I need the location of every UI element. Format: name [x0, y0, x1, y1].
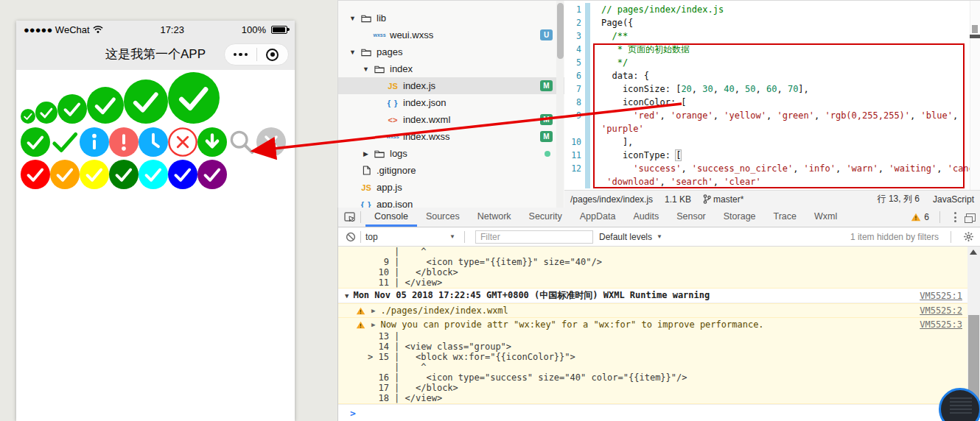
battery-icon [271, 26, 287, 34]
source-link[interactable]: VM5525:1 [920, 291, 962, 301]
tree-item-app.json[interactable]: { } app.json [338, 196, 564, 208]
file-tree-panel: ▼ lib wxss weui.wxss U ▼ pages ▼ index J… [337, 0, 564, 208]
tab-console[interactable]: Console [365, 208, 417, 227]
folder-icon [371, 149, 388, 158]
settings-gear-icon[interactable] [963, 231, 974, 242]
exit-icon [266, 49, 279, 61]
status-badge: M [540, 80, 553, 91]
line-number: 2 [564, 16, 585, 29]
tab-wxml[interactable]: Wxml [805, 208, 846, 227]
tab-security[interactable]: Security [520, 208, 571, 227]
line-number [564, 122, 585, 135]
json-icon: { } [385, 99, 401, 107]
editor-scrollbar[interactable] [970, 1, 980, 190]
console-message-header[interactable]: ▼ Mon Nov 05 2018 17:22:45 GMT+0800 (中国标… [338, 289, 980, 303]
icon-success [197, 160, 227, 189]
wifi-icon [93, 25, 103, 34]
tab-network[interactable]: Network [469, 208, 520, 227]
icon-cancel [168, 127, 197, 157]
tab-storage[interactable]: Storage [715, 208, 765, 227]
modified-gutter [585, 43, 590, 56]
log-levels-selector[interactable]: Default levels ▼ [599, 232, 662, 242]
tree-item-index.json[interactable]: { } index.json [338, 94, 564, 111]
tree-item-lib[interactable]: ▼ lib [338, 10, 564, 26]
cursor-position: 行 13, 列 6 [878, 193, 920, 205]
carrier-label: ●●●●● WeChat [24, 24, 90, 35]
icon-success [139, 160, 168, 189]
tree-item-index[interactable]: ▼ index [338, 60, 564, 77]
status-badge: U [540, 29, 553, 40]
icon-success [21, 109, 35, 124]
source-link[interactable]: VM5525:2 [920, 305, 962, 316]
expand-icon[interactable]: ▶ [371, 307, 375, 314]
tab-sensor[interactable]: Sensor [668, 208, 715, 227]
modified-gutter [585, 162, 590, 175]
tree-expand-icon[interactable]: ▶ [360, 150, 371, 158]
filter-input[interactable] [475, 230, 593, 244]
modified-gutter [585, 56, 590, 69]
capsule-buttons [224, 43, 289, 66]
wxml-icon: <> [385, 116, 401, 124]
file-icon [358, 166, 374, 175]
floating-avatar[interactable] [939, 388, 980, 421]
battery-percent: 100% [242, 24, 266, 35]
line-number: 11 [564, 149, 585, 162]
line-number: 12 [564, 162, 585, 175]
icon-color-row [21, 160, 295, 189]
console-output[interactable]: | ^ 9 | <icon type="{{item}}" size="40"/… [338, 247, 980, 420]
warning-icon [356, 307, 365, 315]
tree-item-app.js[interactable]: JS app.js [338, 179, 564, 196]
tree-item-index.js[interactable]: JS index.js M [338, 77, 564, 94]
language-mode[interactable]: JavaScript [933, 194, 974, 205]
console-warning-row[interactable]: ▶ Now you can provide attr "wx:key" for … [338, 317, 980, 331]
tab-trace[interactable]: Trace [765, 208, 806, 227]
phone-content [16, 70, 295, 421]
prompt-chevron-icon: > [350, 408, 356, 419]
expand-icon[interactable]: ▶ [371, 321, 375, 328]
tree-item-index.wxml[interactable]: <> index.wxml M [338, 111, 564, 128]
chevron-down-icon: ▼ [449, 233, 455, 240]
icon-warn [109, 127, 139, 157]
clear-console-icon[interactable] [346, 232, 356, 242]
tab-audits[interactable]: Audits [624, 208, 668, 227]
devtools-panel: ConsoleSourcesNetworkSecurityAppDataAudi… [337, 208, 980, 421]
warning-icon [911, 213, 921, 222]
inspect-icon[interactable] [344, 212, 356, 223]
tree-item-index.wxss[interactable]: wxss index.wxss M [338, 128, 564, 145]
dock-side-icon[interactable] [966, 213, 976, 222]
file-tree-scrollbar[interactable] [556, 1, 564, 208]
js-icon: JS [358, 183, 374, 192]
collapse-icon[interactable]: ▼ [345, 292, 349, 300]
tree-item-weui.wxss[interactable]: wxss weui.wxss U [338, 26, 564, 43]
console-prompt[interactable]: > [338, 404, 980, 420]
context-selector[interactable]: top ▼ [365, 232, 460, 242]
branch-icon [703, 194, 711, 204]
console-code-block: | ^ 9 | <icon type="{{item}}" size="40"/… [338, 247, 980, 289]
tree-item-logs[interactable]: ▶ logs [338, 145, 564, 162]
line-number: 5 [564, 56, 585, 69]
tree-expand-icon[interactable]: ▼ [347, 49, 358, 56]
tab-sources[interactable]: Sources [417, 208, 469, 227]
tab-appdata[interactable]: AppData [571, 208, 625, 227]
tree-expand-icon[interactable]: ▼ [347, 15, 358, 22]
more-button[interactable] [225, 44, 256, 65]
exit-button[interactable] [257, 44, 289, 65]
wxss-icon: wxss [371, 32, 388, 38]
warning-count[interactable]: 6 [911, 212, 929, 222]
devtools-menu-icon[interactable] [951, 212, 960, 222]
console-warning-row[interactable]: ▶ ./pages/index/index.wxml VM5525:2 [338, 303, 980, 317]
icon-success [21, 160, 50, 189]
code-editor[interactable]: 1 // pages/index/index.js 2 Page({ 3 /**… [564, 0, 980, 190]
tree-item-pages[interactable]: ▼ pages [338, 43, 564, 60]
modified-gutter [585, 109, 590, 122]
json-icon: { } [358, 200, 374, 208]
git-branch[interactable]: master* [703, 194, 743, 205]
tree-expand-icon[interactable]: ▼ [360, 66, 371, 73]
wxss-icon: wxss [385, 134, 401, 139]
source-link[interactable]: VM5525:3 [920, 319, 962, 330]
annotation-red-box [593, 43, 965, 188]
scroll-up-icon[interactable] [970, 250, 977, 255]
icon-success [57, 94, 87, 124]
tree-item-.gitignore[interactable]: .gitignore [338, 162, 564, 179]
modified-gutter [585, 82, 590, 96]
